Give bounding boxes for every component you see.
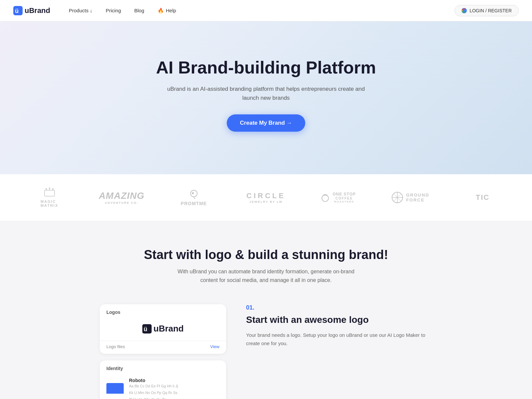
navbar: ü uBrand Products ↓ Pricing Blog 🔥 Help …: [0, 0, 532, 21]
features-content: Logos ü uBrand Logo files View: [100, 304, 432, 399]
svg-point-10: [191, 190, 197, 197]
logo-files-label: Logo files: [106, 344, 125, 349]
feature-number: 01.: [246, 304, 432, 311]
hero-subtitle: uBrand is an AI-assisted branding platfo…: [166, 84, 366, 102]
identity-card: Identity Roboto Aa Bb Cc Dd Ee Ff Gg Hh …: [100, 360, 226, 399]
logos-card-header: Logos: [100, 304, 226, 318]
brand-logo-circle: CIRCLE JEWELRY BY LW: [230, 192, 302, 203]
identity-font-detail: Aa Bb Cc Dd Ee Ff Gg Hh Ii Jj Kk Ll Mm N…: [129, 383, 219, 399]
ubrand-preview-icon: ü: [142, 324, 152, 333]
nav-links: Products ↓ Pricing Blog 🔥 Help: [64, 5, 455, 16]
brand-logo-ground-force: GROUND FORCE: [374, 192, 447, 203]
svg-point-6: [52, 188, 54, 190]
brand-logo-magic-matrix: MAGICMATRIX: [13, 188, 85, 207]
svg-text:ü: ü: [144, 326, 147, 332]
brand-logo-tic: Tic: [447, 193, 519, 202]
brand-logo-amazing: Amazing ADVENTURE CO.: [85, 191, 158, 204]
logos-view-link[interactable]: View: [210, 344, 219, 349]
features-section: Start with logo & build a stunning brand…: [0, 221, 532, 399]
nav-pricing[interactable]: Pricing: [100, 5, 126, 16]
hero-section: AI Brand-building Platform uBrand is an …: [0, 21, 532, 174]
features-cards: Logos ü uBrand Logo files View: [100, 304, 226, 399]
identity-thumb: [106, 383, 124, 399]
identity-card-body: Roboto Aa Bb Cc Dd Ee Ff Gg Hh Ii Jj Kk …: [100, 374, 226, 399]
svg-point-5: [49, 188, 50, 189]
identity-info: Roboto Aa Bb Cc Dd Ee Ff Gg Hh Ii Jj Kk …: [129, 378, 219, 399]
logo-text: uBrand: [25, 6, 50, 15]
nav-help[interactable]: 🔥 Help: [152, 5, 182, 16]
logos-card-body: ü uBrand: [100, 318, 226, 340]
coffee-icon: [321, 193, 330, 202]
help-icon: 🔥: [158, 8, 164, 14]
identity-card-header: Identity: [100, 360, 226, 374]
svg-point-11: [192, 192, 194, 194]
ground-force-icon: [391, 192, 403, 203]
svg-text:ü: ü: [15, 8, 19, 14]
feature-description: Your brand needs a logo. Setup your logo…: [246, 331, 432, 348]
nav-products[interactable]: Products ↓: [64, 5, 98, 16]
identity-card-label: Identity: [106, 366, 123, 371]
logos-card: Logos ü uBrand Logo files View: [100, 304, 226, 354]
hero-title: AI Brand-building Platform: [156, 57, 376, 78]
feature-text: 01. Start with an awesome logo Your bran…: [246, 304, 432, 347]
feature-heading: Start with an awesome logo: [246, 314, 432, 326]
svg-point-4: [46, 188, 47, 190]
ubrand-logo-preview: ü uBrand: [142, 324, 184, 334]
login-button[interactable]: LOGIN / REGISTER: [455, 5, 519, 16]
features-subtitle: With uBrand you can automate brand ident…: [176, 267, 356, 284]
google-icon: [462, 8, 467, 13]
nav-blog[interactable]: Blog: [129, 5, 150, 16]
magic-matrix-icon: [43, 188, 56, 198]
logo[interactable]: ü uBrand: [13, 6, 50, 15]
brand-logo-promptme: PromtMe: [158, 189, 230, 206]
logo-files-row: Logo files View: [100, 340, 226, 354]
cta-button[interactable]: Create My Brand →: [227, 114, 306, 132]
promptme-icon: [189, 189, 199, 200]
identity-font-name: Roboto: [129, 378, 219, 383]
logos-card-label: Logos: [106, 310, 120, 315]
brand-logo-one-stop-coffee: ONE STOP COFFEE ROASTERS: [302, 192, 374, 203]
svg-rect-3: [45, 190, 55, 196]
features-title: Start with logo & build a stunning brand…: [13, 248, 519, 262]
logos-strip: MAGICMATRIX Amazing ADVENTURE CO. PromtM…: [0, 174, 532, 221]
